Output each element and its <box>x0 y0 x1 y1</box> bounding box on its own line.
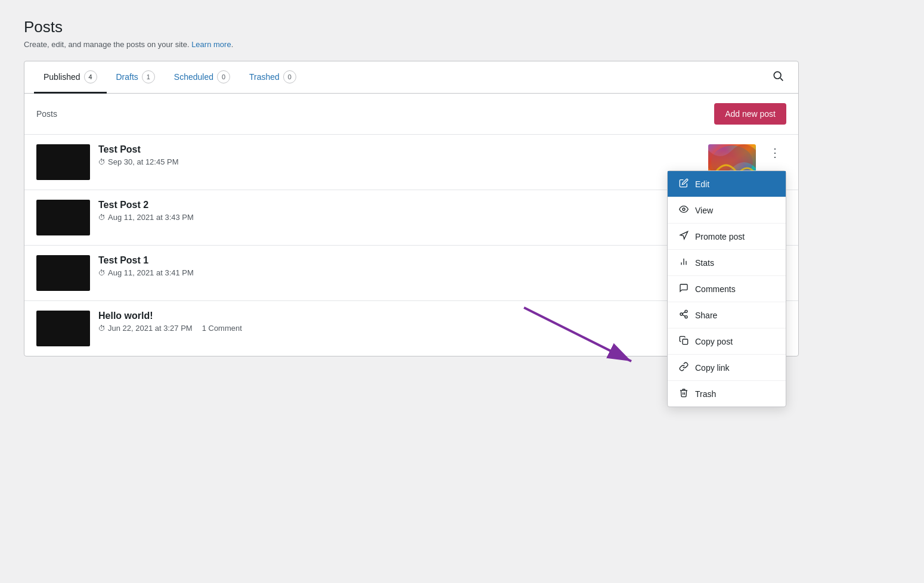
svg-rect-13 <box>683 339 688 345</box>
menu-item-comments[interactable]: Comments <box>668 276 786 302</box>
menu-item-promote[interactable]: Promote post <box>668 224 786 250</box>
post-date: Aug 11, 2021 at 3:43 PM <box>108 213 194 222</box>
post-meta: ⏱ Sep 30, at 12:45 PM <box>98 157 700 166</box>
posts-section-title: Posts <box>36 109 57 119</box>
post-info: Test Post ⏱ Sep 30, at 12:45 PM <box>98 144 700 166</box>
tab-trashed-badge: 0 <box>283 70 296 83</box>
menu-comments-label: Comments <box>695 284 736 294</box>
posts-section-header: Posts Add new post <box>24 94 798 135</box>
post-more-button[interactable]: ⋮ <box>764 144 786 161</box>
tabs-bar: Published 4 Drafts 1 Scheduled 0 Trashed… <box>24 61 798 94</box>
menu-item-stats[interactable]: Stats <box>668 250 786 276</box>
post-comments: 1 Comment <box>202 324 242 333</box>
svg-point-9 <box>680 313 683 315</box>
menu-item-view[interactable]: View <box>668 197 786 224</box>
comments-icon <box>678 283 689 294</box>
menu-promote-label: Promote post <box>695 232 745 241</box>
post-thumbnail-placeholder <box>36 144 90 180</box>
trash-icon <box>678 388 689 399</box>
eye-icon <box>678 204 689 216</box>
svg-point-10 <box>685 316 687 318</box>
share-icon <box>678 309 689 321</box>
page-subtitle: Create, edit, and manage the posts on yo… <box>24 40 900 49</box>
svg-line-11 <box>683 315 686 317</box>
clock-icon: ⏱ <box>98 158 106 166</box>
posts-section: Posts Add new post Test Post ⏱ Sep 30, a… <box>24 94 798 356</box>
add-new-post-button[interactable]: Add new post <box>714 103 786 125</box>
search-icon[interactable] <box>767 61 789 93</box>
post-thumbnail-placeholder <box>36 255 90 291</box>
post-row: Test Post ⏱ Sep 30, at 12:45 PM <box>24 135 798 190</box>
tab-scheduled-badge: 0 <box>217 70 230 83</box>
page-title: Posts <box>24 18 900 36</box>
menu-copy-link-label: Copy link <box>695 363 730 373</box>
clock-icon: ⏱ <box>98 269 106 277</box>
megaphone-icon <box>678 231 689 242</box>
learn-more-link[interactable]: Learn more <box>191 40 231 49</box>
menu-view-label: View <box>695 206 713 215</box>
tab-drafts[interactable]: Drafts 1 <box>107 62 165 94</box>
svg-point-4 <box>683 208 685 210</box>
post-thumbnail-placeholder <box>36 311 90 346</box>
pencil-icon <box>678 178 689 190</box>
svg-point-0 <box>774 72 781 79</box>
bar-chart-icon <box>678 257 689 268</box>
context-menu: Edit View <box>667 170 786 407</box>
main-card: Published 4 Drafts 1 Scheduled 0 Trashed… <box>24 61 799 356</box>
post-title: Test Post <box>98 144 700 155</box>
tab-drafts-badge: 1 <box>142 70 155 83</box>
tab-trashed[interactable]: Trashed 0 <box>240 62 306 94</box>
copy-link-icon <box>678 362 689 373</box>
post-thumbnail-placeholder <box>36 200 90 235</box>
menu-share-label: Share <box>695 311 717 320</box>
clock-icon: ⏱ <box>98 213 106 222</box>
page-header: Posts Create, edit, and manage the posts… <box>24 18 900 49</box>
svg-line-12 <box>683 312 686 314</box>
menu-item-trash[interactable]: Trash <box>668 381 786 407</box>
menu-copy-post-label: Copy post <box>695 337 733 346</box>
menu-trash-label: Trash <box>695 389 716 399</box>
menu-item-copy-post[interactable]: Copy post <box>668 328 786 355</box>
copy-post-icon <box>678 336 689 347</box>
svg-line-1 <box>780 78 783 80</box>
menu-item-share[interactable]: Share <box>668 302 786 328</box>
tab-published[interactable]: Published 4 <box>34 62 107 94</box>
tab-scheduled[interactable]: Scheduled 0 <box>165 62 240 94</box>
tab-published-badge: 4 <box>84 70 97 83</box>
menu-item-edit[interactable]: Edit <box>668 171 786 197</box>
clock-icon: ⏱ <box>98 324 106 333</box>
post-date: Aug 11, 2021 at 3:41 PM <box>108 268 194 277</box>
menu-edit-label: Edit <box>695 179 709 189</box>
svg-point-8 <box>685 310 687 312</box>
post-date: Jun 22, 2021 at 3:27 PM <box>108 324 193 333</box>
post-date: Sep 30, at 12:45 PM <box>108 157 179 166</box>
menu-stats-label: Stats <box>695 258 714 268</box>
menu-item-copy-link[interactable]: Copy link <box>668 355 786 381</box>
